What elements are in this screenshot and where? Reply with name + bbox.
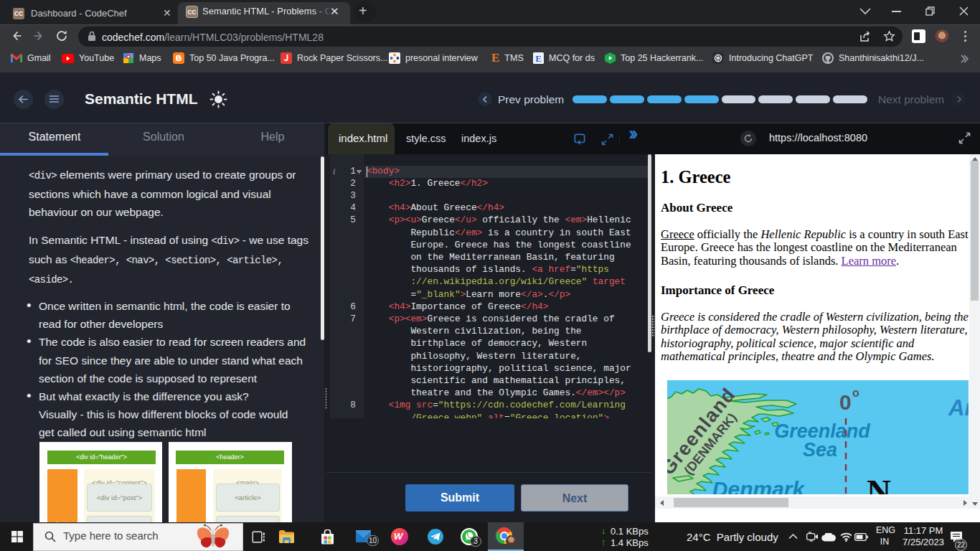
svg-text:Denmark: Denmark [712,477,806,494]
svg-text:o: o [852,387,859,399]
svg-text:E: E [535,53,542,64]
svg-text:Ar: Ar [948,395,969,420]
svg-text:N: N [867,473,891,494]
svg-text:Sea: Sea [803,439,837,461]
svg-text:0: 0 [839,390,852,414]
